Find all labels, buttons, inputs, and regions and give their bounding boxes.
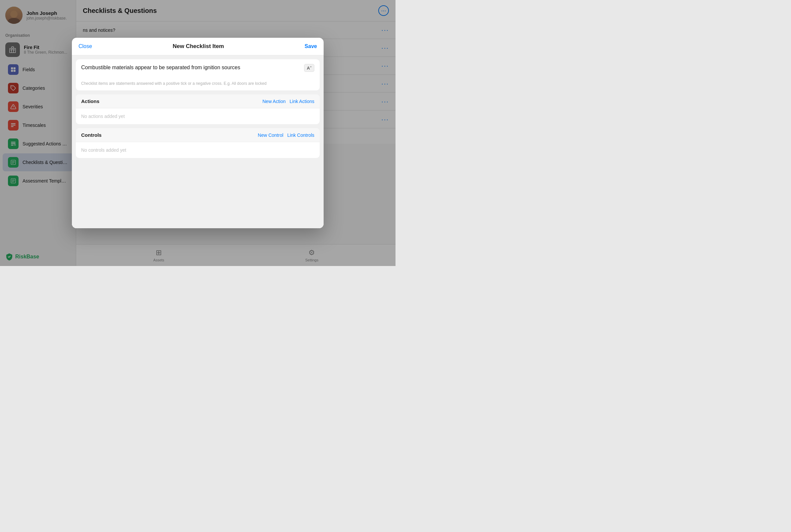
- modal-save-button[interactable]: Save: [305, 43, 317, 49]
- modal-title: New Checklist Item: [173, 43, 224, 50]
- checklist-input-section: A+ Checklist items are statements answer…: [76, 59, 320, 91]
- modal-overlay[interactable]: Close New Checklist Item Save A+ Checkli…: [0, 0, 396, 266]
- new-action-button[interactable]: New Action: [262, 99, 286, 104]
- modal-dialog: Close New Checklist Item Save A+ Checkli…: [72, 38, 324, 229]
- controls-empty-message: No controls added yet: [76, 142, 320, 158]
- checklist-hint: Checklist items are statements answered …: [81, 81, 314, 86]
- modal-close-button[interactable]: Close: [78, 43, 92, 49]
- actions-section: Actions New Action Link Actions No actio…: [76, 94, 320, 124]
- actions-section-header: Actions New Action Link Actions: [76, 94, 320, 108]
- modal-header: Close New Checklist Item Save: [72, 38, 324, 55]
- actions-empty-message: No actions added yet: [76, 108, 320, 124]
- link-controls-button[interactable]: Link Controls: [287, 133, 314, 138]
- text-format-button[interactable]: A+: [304, 64, 314, 72]
- link-actions-button[interactable]: Link Actions: [290, 99, 314, 104]
- controls-section: Controls New Control Link Controls No co…: [76, 128, 320, 158]
- checklist-input-row: A+: [81, 64, 314, 79]
- controls-title: Controls: [81, 132, 102, 138]
- actions-buttons: New Action Link Actions: [262, 99, 314, 104]
- modal-body: A+ Checklist items are statements answer…: [72, 55, 324, 229]
- modal-spacer: [72, 162, 324, 228]
- controls-section-header: Controls New Control Link Controls: [76, 128, 320, 142]
- controls-buttons: New Control Link Controls: [258, 133, 314, 138]
- actions-title: Actions: [81, 98, 99, 104]
- checklist-text-input[interactable]: [81, 64, 301, 79]
- new-control-button[interactable]: New Control: [258, 133, 283, 138]
